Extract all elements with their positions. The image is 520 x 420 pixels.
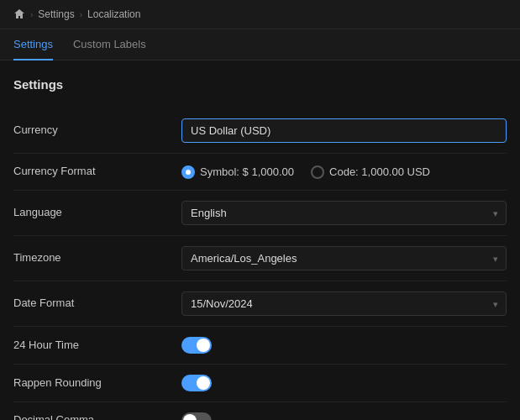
value-decimal-comma	[181, 412, 507, 420]
radio-circle-code	[311, 165, 324, 179]
value-timezone: America/Los_Angeles	[181, 246, 507, 270]
row-date-format: Date Format 15/Nov/2024	[13, 281, 507, 327]
value-currency-format: Symbol: $ 1,000.00 Code: 1,000.00 USD	[181, 165, 507, 179]
row-currency: Currency	[13, 108, 507, 154]
row-language: Language English	[13, 191, 507, 236]
radio-label-symbol: Symbol: $ 1,000.00	[200, 165, 294, 178]
tab-custom-labels[interactable]: Custom Labels	[73, 29, 146, 60]
value-date-format: 15/Nov/2024	[181, 291, 507, 316]
radio-code[interactable]: Code: 1,000.00 USD	[311, 165, 430, 179]
label-date-format: Date Format	[13, 296, 181, 311]
breadcrumb-settings[interactable]: Settings	[38, 8, 74, 20]
value-24-hour-time	[181, 337, 507, 354]
currency-format-radio-group: Symbol: $ 1,000.00 Code: 1,000.00 USD	[181, 165, 430, 179]
toggle-rappen-rounding[interactable]	[181, 375, 212, 391]
label-timezone: Timezone	[13, 250, 181, 265]
row-decimal-comma: Decimal Comma Use comma as decimal place…	[13, 402, 507, 420]
value-rappen-rounding	[181, 375, 507, 391]
radio-symbol[interactable]: Symbol: $ 1,000.00	[181, 165, 294, 179]
row-24-hour-time: 24 Hour Time	[13, 327, 507, 365]
radio-circle-symbol	[181, 165, 195, 179]
value-currency	[181, 118, 507, 143]
row-rappen-rounding: Rappen Rounding	[13, 365, 507, 402]
currency-input[interactable]	[181, 118, 507, 143]
tab-settings[interactable]: Settings	[13, 29, 53, 60]
section-title: Settings	[13, 77, 507, 92]
label-currency-format: Currency Format	[13, 164, 181, 179]
radio-label-code: Code: 1,000.00 USD	[329, 165, 430, 178]
language-select[interactable]: English	[181, 201, 507, 225]
label-rappen-rounding: Rappen Rounding	[13, 375, 181, 391]
main-content: Settings Currency Currency Format Symbol…	[0, 60, 520, 420]
breadcrumb-separator-2: ›	[80, 10, 82, 19]
label-24-hour-time: 24 Hour Time	[13, 338, 181, 353]
date-format-select[interactable]: 15/Nov/2024	[181, 291, 507, 316]
breadcrumb-separator-1: ›	[30, 10, 33, 19]
label-decimal-comma: Decimal Comma Use comma as decimal place…	[13, 412, 181, 420]
timezone-select[interactable]: America/Los_Angeles	[181, 246, 507, 270]
toggle-24-hour-time[interactable]	[181, 337, 212, 354]
label-language: Language	[13, 205, 181, 220]
value-language: English	[181, 201, 507, 225]
home-icon[interactable]	[13, 8, 25, 20]
tabs-bar: Settings Custom Labels	[0, 29, 520, 60]
breadcrumb-localization: Localization	[87, 8, 140, 20]
row-timezone: Timezone America/Los_Angeles	[13, 236, 507, 281]
toggle-decimal-comma[interactable]	[181, 412, 212, 420]
label-currency: Currency	[13, 123, 181, 138]
breadcrumb: › Settings › Localization	[0, 0, 520, 29]
row-currency-format: Currency Format Symbol: $ 1,000.00 Code:…	[13, 154, 507, 191]
